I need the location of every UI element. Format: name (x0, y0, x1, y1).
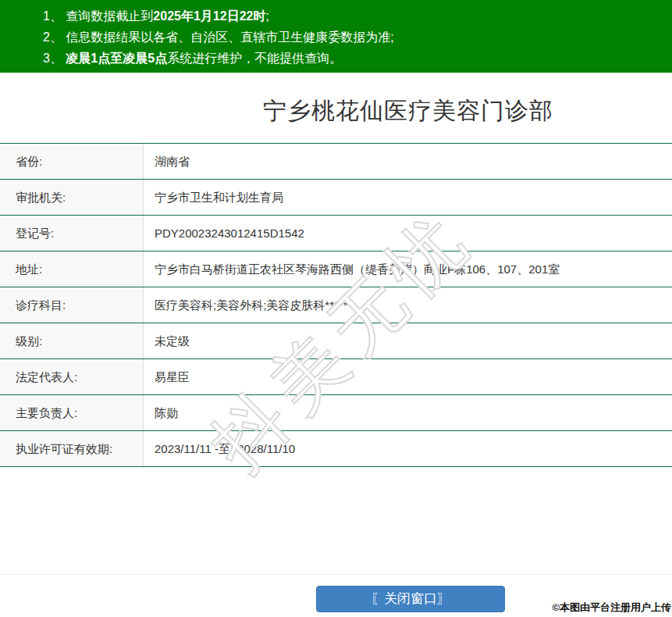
row-label: 级别: (0, 323, 144, 358)
table-row: 登记号:PDY20023243012415D1542 (0, 216, 672, 251)
row-value: 2023/11/11 -至- 2028/11/10 (144, 431, 672, 466)
table-row: 诊疗科目:医疗美容科;美容外科;美容皮肤科****** (0, 287, 672, 323)
notice-text: 2、 信息数据结果以各省、自治区、直辖市卫生健康委数据为准; (43, 30, 394, 44)
footer-divider (0, 574, 672, 575)
notice-text-bold: 2025年1月12日22时 (153, 9, 265, 23)
license-info-page: 1、 查询数据截止到2025年1月12日22时;2、 信息数据结果以各省、自治区… (0, 0, 672, 617)
close-window-button[interactable]: 〖关闭窗口〗 (316, 586, 505, 612)
table-row: 省份:湖南省 (0, 144, 672, 180)
table-row: 执业许可证有效期:2023/11/11 -至- 2028/11/10 (0, 431, 672, 467)
notice-banner: 1、 查询数据截止到2025年1月12日22时;2、 信息数据结果以各省、自治区… (0, 0, 672, 73)
upload-attribution-note: ©本图由平台注册用户上传 (552, 601, 671, 615)
info-table: 省份:湖南省审批机关:宁乡市卫生和计划生育局登记号:PDY20023243012… (0, 143, 672, 467)
notice-text: 系统进行维护，不能提供查询。 (167, 52, 342, 65)
notice-text-bold: 凌晨1点至凌晨5点 (66, 52, 167, 65)
row-value: 宁乡市白马桥街道正农社区琴海路西侧（缇香美岸）商业F栋106、107、201室 (144, 251, 672, 287)
table-row: 地址:宁乡市白马桥街道正农社区琴海路西侧（缇香美岸）商业F栋106、107、20… (0, 251, 672, 287)
row-label: 审批机关: (0, 180, 144, 215)
row-value: 未定级 (144, 323, 672, 358)
notice-text: 3、 (43, 52, 66, 65)
notice-line-3: 3、 凌晨1点至凌晨5点系统进行维护，不能提供查询。 (43, 48, 664, 69)
table-row: 审批机关:宁乡市卫生和计划生育局 (0, 180, 672, 216)
table-row: 级别:未定级 (0, 323, 672, 359)
row-label: 执业许可证有效期: (0, 431, 144, 466)
row-label: 登记号: (0, 216, 144, 251)
row-label: 法定代表人: (0, 359, 144, 394)
row-value: 易星臣 (144, 359, 672, 394)
row-value: 陈勋 (144, 395, 672, 430)
notice-line-2: 2、 信息数据结果以各省、自治区、直辖市卫生健康委数据为准; (43, 27, 664, 48)
table-row: 法定代表人:易星臣 (0, 359, 672, 395)
table-row: 主要负责人:陈勋 (0, 395, 672, 431)
row-label: 主要负责人: (0, 395, 144, 430)
row-label: 地址: (0, 251, 144, 287)
row-value: PDY20023243012415D1542 (144, 216, 672, 251)
row-value: 宁乡市卫生和计划生育局 (144, 180, 672, 215)
row-label: 省份: (0, 144, 144, 179)
page-title: 宁乡桃花仙医疗美容门诊部 (144, 95, 672, 127)
row-value: 湖南省 (144, 144, 672, 179)
notice-line-1: 1、 查询数据截止到2025年1月12日22时; (43, 5, 664, 27)
row-label: 诊疗科目: (0, 287, 144, 323)
notice-text: ; (265, 9, 268, 23)
notice-text: 1、 查询数据截止到 (43, 9, 153, 23)
row-value: 医疗美容科;美容外科;美容皮肤科****** (144, 287, 672, 323)
